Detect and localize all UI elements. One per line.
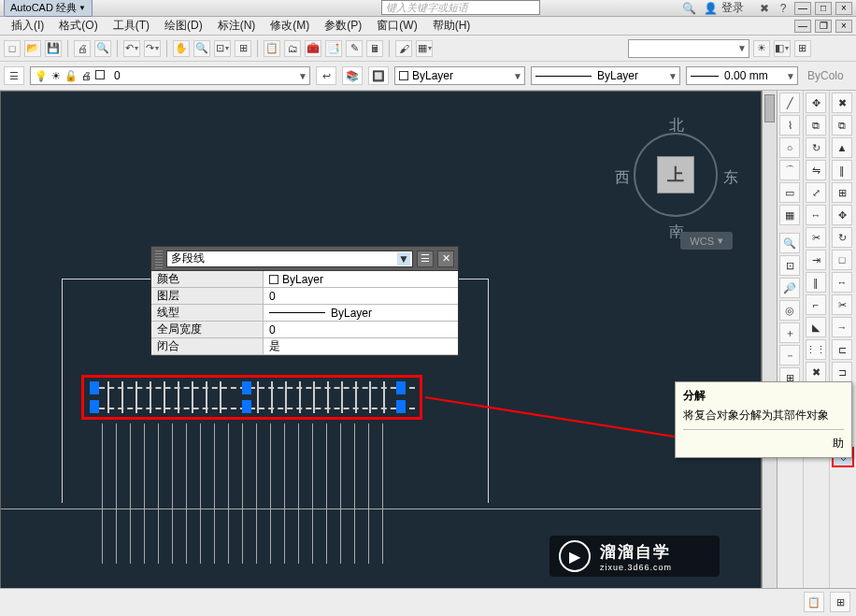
wcs-label[interactable]: WCS▾ [680, 232, 733, 250]
open-button[interactable]: 📂 [24, 40, 41, 57]
selection-grip[interactable] [90, 381, 99, 394]
trim-button[interactable]: ✂ [832, 294, 852, 315]
selection-grip[interactable] [242, 400, 251, 413]
block-button[interactable]: ▦ [416, 40, 433, 57]
chamfer-button[interactable]: ◣ [806, 317, 826, 337]
status-icon[interactable]: ⊞ [830, 592, 850, 612]
color-combo[interactable]: ByLayer ▼ [394, 66, 525, 85]
preview-button[interactable]: 🔍 [94, 40, 111, 57]
prop-value[interactable]: ByLayer [264, 305, 458, 321]
design-center-button[interactable]: 🗂 [284, 40, 301, 57]
rotate-button[interactable]: ↻ [832, 227, 852, 248]
layer-properties-button[interactable]: ☰ [4, 66, 24, 85]
menu-insert[interactable]: 插入(I) [4, 16, 51, 36]
array-button[interactable]: ⋮⋮ [806, 339, 826, 360]
vertical-scrollbar[interactable] [762, 91, 777, 600]
properties-button[interactable]: 📋 [264, 40, 280, 57]
circle-button[interactable]: ○ [779, 137, 800, 158]
help-icon[interactable]: ? [776, 2, 791, 15]
pan-button[interactable]: ✋ [173, 40, 190, 57]
sheet-set-button[interactable]: 📑 [325, 40, 342, 57]
break-button[interactable]: ⊏ [832, 339, 852, 360]
search-icon[interactable]: 🔍 [681, 2, 696, 15]
doc-close-button[interactable]: × [835, 20, 852, 33]
doc-restore-button[interactable]: ❐ [815, 20, 832, 33]
rectangle-button[interactable]: ▭ [779, 182, 800, 203]
status-icon[interactable]: 📋 [804, 592, 824, 612]
render-button[interactable]: ☀ [753, 40, 770, 57]
copy-button[interactable]: ⧉ [832, 115, 852, 136]
mirror-button[interactable]: ⇋ [806, 160, 826, 180]
customize-button[interactable]: ☰ [417, 251, 434, 267]
layer-states-button[interactable]: 📚 [342, 66, 363, 85]
close-panel-button[interactable]: ✕ [437, 251, 454, 267]
fillet-button[interactable]: ⌐ [806, 294, 826, 315]
doc-minimize-button[interactable]: — [794, 20, 811, 33]
markup-button[interactable]: ✎ [346, 40, 363, 57]
view-cube[interactable]: 上 北 南 西 东 [611, 110, 742, 241]
stretch-button[interactable]: ↔ [806, 205, 826, 225]
object-type-combo[interactable]: 多段线 ▼ [166, 251, 413, 267]
selection-grip[interactable] [90, 400, 99, 413]
exchange-icon[interactable]: ✖ [757, 2, 772, 15]
prop-value[interactable]: 0 [264, 322, 458, 337]
zoom-window-button[interactable]: 🔍 [779, 233, 800, 253]
new-button[interactable]: □ [4, 40, 21, 57]
extend-button[interactable]: → [832, 317, 852, 337]
viewcube-east[interactable]: 东 [723, 168, 738, 188]
layer-previous-button[interactable]: ↩ [316, 66, 336, 85]
calculator-button[interactable]: 🖩 [366, 40, 383, 57]
lineweight-combo[interactable]: 0.00 mm ▼ [686, 66, 798, 85]
extend-button[interactable]: ⇥ [806, 250, 826, 270]
offset-button[interactable]: ‖ [832, 160, 852, 180]
rotate-button[interactable]: ↻ [806, 137, 826, 158]
zoom-center-button[interactable]: ◎ [779, 300, 800, 321]
hatch-button[interactable]: ▦ [779, 205, 800, 225]
tool-palettes-button[interactable]: 🧰 [305, 40, 321, 57]
move-button[interactable]: ✥ [832, 205, 852, 225]
zoom-extents-button[interactable]: ⊡ [779, 255, 800, 276]
visual-style-button[interactable]: ◧ [774, 40, 791, 57]
move-button[interactable]: ✥ [806, 93, 826, 113]
zoom-in-button[interactable]: ＋ [779, 322, 800, 343]
panel-grip[interactable] [155, 250, 163, 268]
prop-value[interactable]: 是 [264, 338, 458, 354]
workspace-dropdown[interactable]: AutoCAD 经典 ▼ [4, 0, 93, 17]
offset-button[interactable]: ‖ [806, 272, 826, 293]
prop-value[interactable]: 0 [264, 288, 458, 304]
arc-button[interactable]: ⌒ [779, 160, 800, 180]
polyline-button[interactable]: ⌇ [779, 115, 800, 136]
layer-combo[interactable]: 💡 ☀ 🔓 🖨 0 ▼ [30, 66, 310, 85]
zoom-realtime-button[interactable]: 🔍 [193, 40, 210, 57]
zoom-button[interactable]: 🔎 [779, 278, 800, 298]
array-button[interactable]: ⊞ [832, 182, 852, 203]
linetype-combo[interactable]: ByLayer ▼ [531, 66, 680, 85]
menu-format[interactable]: 格式(O) [51, 16, 105, 36]
zoom-window-button[interactable]: ⊡ [214, 40, 231, 57]
scrollbar-thumb[interactable] [764, 94, 775, 122]
viewcube-west[interactable]: 西 [615, 168, 630, 188]
menu-dimension[interactable]: 标注(N) [210, 16, 264, 36]
stretch-button[interactable]: ↔ [832, 272, 852, 293]
save-button[interactable]: 💾 [45, 40, 62, 57]
viewcube-north[interactable]: 北 [669, 116, 684, 136]
minimize-button[interactable]: — [794, 2, 811, 15]
prop-value[interactable]: ByLayer [264, 271, 458, 287]
menu-modify[interactable]: 修改(M) [263, 16, 317, 36]
layer-iso-button[interactable]: 🔲 [368, 66, 389, 85]
viewcube-top[interactable]: 上 [657, 156, 694, 193]
close-button[interactable]: × [835, 2, 852, 15]
menu-parametric[interactable]: 参数(P) [317, 16, 369, 36]
erase-button[interactable]: ✖ [832, 93, 852, 113]
trim-button[interactable]: ✂ [806, 227, 826, 248]
login-button[interactable]: 👤 登录 [704, 0, 744, 16]
erase-button[interactable]: ✖ [806, 362, 826, 382]
undo-button[interactable]: ↶ [123, 40, 140, 57]
style-combo[interactable]: ▼ [628, 39, 749, 58]
plot-button[interactable]: 🖨 [74, 40, 91, 57]
menu-draw[interactable]: 绘图(D) [157, 16, 210, 36]
join-button[interactable]: ⊐ [832, 362, 852, 382]
menu-help[interactable]: 帮助(H) [425, 16, 478, 36]
mirror-button[interactable]: ▲ [832, 137, 852, 158]
viewport-button[interactable]: ⊞ [794, 40, 811, 57]
